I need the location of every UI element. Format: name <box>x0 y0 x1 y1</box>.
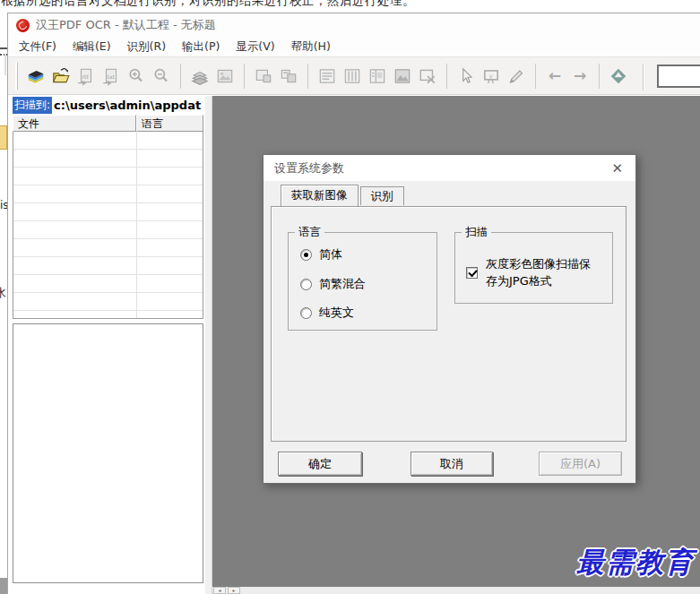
file-list[interactable] <box>13 132 203 319</box>
toolbar-separator <box>446 64 447 89</box>
view-columns-icon[interactable] <box>340 64 365 89</box>
cancel-button[interactable]: 取消 <box>410 452 493 476</box>
back-icon[interactable]: ← <box>542 64 567 89</box>
table-row[interactable] <box>13 203 203 221</box>
background-text-fragment: 水 <box>0 285 6 301</box>
background-artifact <box>0 125 7 150</box>
view-text-icon[interactable] <box>315 64 340 89</box>
background-artifact <box>2 54 6 75</box>
background-cropped-text: 根据所选的语言对文档进行识别，对识别的结果进行校正，然后进行处理。 <box>1 0 415 9</box>
view-split-icon[interactable] <box>365 64 390 89</box>
menu-bar: 文件(F) 编辑(E) 识别(R) 输出(P) 显示(V) 帮助(H) <box>8 37 700 56</box>
menu-view[interactable]: 显示(V) <box>228 38 282 56</box>
table-row[interactable] <box>13 293 203 311</box>
radio-label: 简体 <box>319 246 342 263</box>
file-list-header: 文件 语言 <box>13 115 203 132</box>
zoom-out-icon[interactable] <box>149 64 174 89</box>
app-logo-icon <box>16 19 30 32</box>
dialog-title: 设置系统参数 <box>274 160 609 176</box>
radio-unchecked-icon <box>300 307 312 319</box>
horizontal-scrollbar[interactable]: ◂ ▸ <box>212 587 700 594</box>
toolbar-separator <box>244 64 245 89</box>
background-artifact <box>0 578 7 594</box>
watermark-text: 最需教育 <box>576 544 695 581</box>
table-row[interactable] <box>13 239 203 257</box>
thumbnail-pane[interactable] <box>13 323 203 583</box>
pen-icon[interactable] <box>504 64 529 89</box>
toolbar-separator <box>643 64 644 90</box>
tab-page: 语言 简体 简繁混合 纯英文 扫描 灰度彩色图像扫描保存为J <box>271 206 627 442</box>
table-row[interactable] <box>13 257 203 275</box>
tab-recognition[interactable]: 识别 <box>360 186 404 205</box>
radio-simplified-traditional[interactable]: 简繁混合 <box>300 276 366 292</box>
menu-output[interactable]: 输出(P) <box>174 38 228 56</box>
radio-checked-icon <box>300 249 312 261</box>
settings-dialog: 设置系统参数 ✕ 获取新图像 识别 语言 简体 简繁混合 纯英文 <box>263 154 636 484</box>
cursor-icon[interactable] <box>454 64 479 89</box>
jpg-save-checkbox[interactable]: 灰度彩色图像扫描保存为JPG格式 <box>466 256 597 290</box>
radio-english-only[interactable]: 纯英文 <box>300 305 354 321</box>
scroll-left-button[interactable]: ◂ <box>213 587 226 594</box>
toolbar-separator <box>307 64 308 89</box>
view-image-icon[interactable] <box>390 64 415 89</box>
scan-to-label: 扫描到: <box>13 97 52 114</box>
toolbar-separator <box>599 64 600 89</box>
screen: 根据所选的语言对文档进行识别，对识别的结果进行校正，然后进行处理。 is 水 汉… <box>0 0 700 594</box>
scan-group: 扫描 灰度彩色图像扫描保存为JPG格式 <box>454 232 613 304</box>
toolbar-separator <box>535 64 536 89</box>
table-row[interactable] <box>13 221 203 239</box>
toolbar-separator <box>180 64 181 89</box>
menu-file[interactable]: 文件(F) <box>11 38 65 56</box>
title-bar: 汉王PDF OCR - 默认工程 - 无标题 <box>8 13 700 37</box>
scan-group-title: 扫描 <box>462 225 491 240</box>
dialog-tabs: 获取新图像 识别 <box>281 185 404 205</box>
table-row[interactable] <box>13 132 203 150</box>
table-row[interactable] <box>13 150 203 168</box>
scan-icon[interactable] <box>23 64 48 89</box>
table-row[interactable] <box>13 275 203 293</box>
open-folder-icon[interactable] <box>48 64 73 89</box>
close-icon[interactable]: ✕ <box>609 160 625 176</box>
checkbox-label: 灰度彩色图像扫描保存为JPG格式 <box>486 256 597 290</box>
table-row[interactable] <box>13 168 203 185</box>
ok-button[interactable]: 确定 <box>278 452 362 476</box>
radio-label: 纯英文 <box>319 305 354 321</box>
dialog-title-bar[interactable]: 设置系统参数 ✕ <box>264 155 635 181</box>
delete-region-icon[interactable] <box>415 64 440 89</box>
svg-text:txt: txt <box>108 73 116 80</box>
apply-button: 应用(A) <box>539 452 622 476</box>
menu-recognize[interactable]: 识别(R) <box>119 38 174 56</box>
toolbar: rtf txt <box>8 56 700 95</box>
table-row[interactable] <box>13 185 203 203</box>
select-region-icon[interactable]: y <box>479 64 504 89</box>
language-group: 语言 简体 简繁混合 纯英文 <box>288 232 437 331</box>
tab-acquire-image[interactable]: 获取新图像 <box>281 185 359 206</box>
export-rtf-icon[interactable]: rtf <box>73 64 99 89</box>
checkbox-checked-icon <box>466 267 478 279</box>
recognize-stack-icon[interactable] <box>187 64 212 89</box>
radio-label: 简繁混合 <box>319 276 366 292</box>
column-header-file[interactable]: 文件 <box>13 115 136 132</box>
radio-unchecked-icon <box>300 279 312 290</box>
window-title: 汉王PDF OCR - 默认工程 - 无标题 <box>36 17 216 33</box>
svg-text:rtf: rtf <box>82 73 90 80</box>
scan-to-path: c:\users\admin\appdat <box>54 99 201 112</box>
toolbar-text-input[interactable] <box>657 65 700 88</box>
tile-one-icon[interactable] <box>251 64 276 89</box>
forward-icon[interactable]: → <box>567 64 592 89</box>
home-logo-icon[interactable] <box>606 64 631 89</box>
language-group-title: 语言 <box>295 225 324 240</box>
tile-two-icon[interactable] <box>276 64 301 89</box>
menu-help[interactable]: 帮助(H) <box>283 38 339 56</box>
export-txt-icon[interactable]: txt <box>99 64 124 89</box>
column-header-language[interactable]: 语言 <box>136 115 203 132</box>
scroll-right-button[interactable]: ▸ <box>228 587 240 594</box>
panel-splitter[interactable] <box>205 96 212 594</box>
image-view-icon[interactable] <box>212 64 238 89</box>
menu-edit[interactable]: 编辑(E) <box>65 38 119 56</box>
radio-simplified[interactable]: 简体 <box>300 246 342 263</box>
column-divider <box>136 132 137 318</box>
svg-text:y: y <box>489 73 493 80</box>
toolbar-grip[interactable] <box>15 63 18 90</box>
zoom-in-icon[interactable] <box>124 64 149 89</box>
